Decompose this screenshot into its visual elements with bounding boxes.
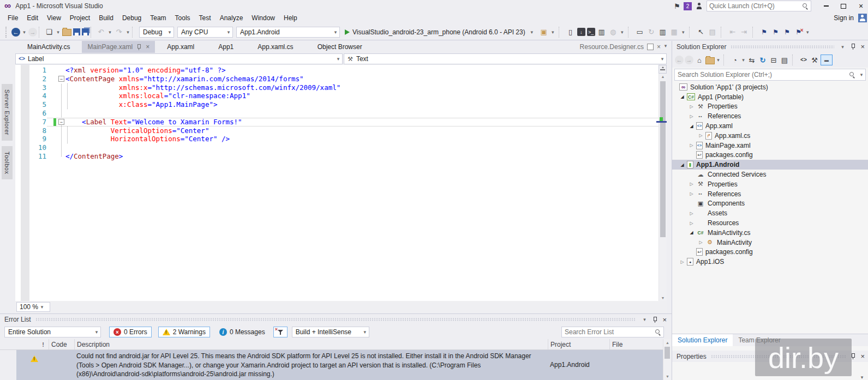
open-file-icon[interactable] bbox=[62, 29, 71, 36]
archive-dropdown-icon[interactable] bbox=[681, 27, 686, 37]
scroll-down-icon[interactable] bbox=[659, 296, 667, 300]
configuration-combo[interactable]: Debug bbox=[139, 27, 174, 38]
tree-item-packages-config[interactable]: ↩packages.config bbox=[672, 248, 868, 257]
scrollbar-thumb[interactable] bbox=[665, 347, 670, 359]
android-device-log-icon[interactable]: ▥ bbox=[597, 27, 607, 37]
tree-item-app1-android[interactable]: ◢▮App1.Android bbox=[672, 160, 868, 170]
tree-item-mainactivity[interactable]: ▷⚙MainActivity bbox=[672, 238, 868, 248]
properties-chevron-icon[interactable] bbox=[858, 375, 866, 380]
fold-toggle-icon[interactable]: − bbox=[58, 76, 64, 82]
tab-app-xaml[interactable]: App.xaml bbox=[155, 41, 206, 53]
se-collapse-all-icon[interactable]: ⊟ bbox=[769, 55, 779, 65]
menu-view[interactable]: View bbox=[43, 13, 65, 23]
tree-arrow-icon[interactable]: ▷ bbox=[687, 191, 696, 196]
source-combo[interactable]: Build + IntelliSense bbox=[292, 327, 369, 337]
platform-combo[interactable]: Any CPU bbox=[177, 27, 233, 38]
se-properties-icon[interactable]: ⚒ bbox=[810, 55, 819, 65]
toggle-bookmark-icon[interactable]: ⚑ bbox=[759, 27, 769, 37]
toolbox-tab[interactable]: Toolbox bbox=[2, 146, 13, 179]
se-show-all-files-icon[interactable]: ▤ bbox=[780, 55, 789, 65]
navigate-back-dropdown-icon[interactable] bbox=[22, 27, 27, 37]
menu-window[interactable]: Window bbox=[247, 13, 279, 23]
preview-tab-resource-designer[interactable]: Resource.Designer.cs × bbox=[580, 41, 661, 53]
minimize-button[interactable] bbox=[819, 1, 833, 11]
close-icon[interactable]: × bbox=[662, 316, 667, 324]
code-column-header[interactable]: Code bbox=[49, 339, 75, 349]
tree-arrow-icon[interactable]: ▷ bbox=[687, 182, 696, 186]
feedback-person-icon[interactable] bbox=[695, 3, 703, 10]
menu-team[interactable]: Team bbox=[146, 13, 170, 23]
quick-launch-input[interactable] bbox=[707, 2, 803, 10]
tree-arrow-icon[interactable]: ◢ bbox=[687, 230, 696, 235]
scroll-up-icon[interactable] bbox=[663, 341, 672, 345]
tree-arrow-icon[interactable]: ▷ bbox=[696, 133, 705, 138]
quick-launch[interactable] bbox=[707, 1, 811, 11]
fold-toggle-icon[interactable]: − bbox=[58, 119, 64, 125]
account-person-icon[interactable] bbox=[858, 14, 867, 22]
menu-analyze[interactable]: Analyze bbox=[215, 13, 248, 23]
se-back-icon[interactable]: ← bbox=[675, 56, 684, 64]
code-editor[interactable]: 1<?xml version="1.0" encoding="utf-8" ?>… bbox=[15, 65, 667, 301]
se-scope-dropdown-icon[interactable] bbox=[716, 55, 721, 65]
tree-arrow-icon[interactable]: ▷ bbox=[687, 143, 696, 148]
se-home-icon[interactable]: ⌂ bbox=[695, 55, 704, 65]
device-monitor-icon[interactable]: ▭ bbox=[635, 27, 645, 37]
close-icon[interactable]: × bbox=[860, 352, 865, 360]
tree-item-app1-ios[interactable]: ▷●App1.iOS bbox=[672, 257, 868, 267]
tree-item-properties[interactable]: ▷⚒Properties bbox=[672, 179, 868, 189]
tree-item-app-xaml[interactable]: ◢<>App.xaml bbox=[672, 121, 868, 131]
tree-item-packages-config[interactable]: ↩packages.config bbox=[672, 150, 868, 160]
close-icon[interactable]: × bbox=[860, 43, 865, 51]
navigate-to-cursor-icon[interactable]: ↖ bbox=[696, 27, 706, 37]
tree-item-app-xaml-cs[interactable]: ▷↱App.xaml.cs bbox=[672, 131, 868, 141]
tree-arrow-icon[interactable]: ▷ bbox=[687, 114, 696, 119]
scroll-down-icon[interactable] bbox=[663, 375, 672, 378]
se-view-code-icon[interactable]: <> bbox=[799, 55, 809, 65]
pin-icon[interactable] bbox=[653, 317, 658, 323]
zoom-level-combo[interactable]: 100 % bbox=[16, 302, 50, 312]
new-file-icon[interactable]: ❏ bbox=[44, 27, 54, 37]
tree-item-app1-portable[interactable]: ◢C#App1 (Portable) bbox=[672, 92, 868, 102]
menu-tools[interactable]: Tools bbox=[171, 13, 195, 23]
tree-item-solution-app1-3-projects[interactable]: ∞Solution 'App1' (3 projects) bbox=[672, 82, 868, 92]
tab-app-xaml-cs[interactable]: App.xaml.cs bbox=[246, 41, 305, 53]
new-file-dropdown-icon[interactable] bbox=[56, 27, 61, 37]
android-sdk-manager-icon[interactable]: ↓ bbox=[577, 28, 585, 36]
tab-solution-explorer[interactable]: Solution Explorer bbox=[672, 334, 733, 346]
sign-in-link[interactable]: Sign in bbox=[834, 14, 854, 22]
notification-badge[interactable]: 2 bbox=[684, 2, 692, 10]
tree-arrow-icon[interactable]: ▷ bbox=[687, 211, 696, 216]
tab-mainactivity-cs[interactable]: MainActivity.cs bbox=[15, 41, 82, 53]
deploy-to-device-icon[interactable]: ▯ bbox=[566, 27, 576, 37]
menu-help[interactable]: Help bbox=[279, 13, 302, 23]
scrollbar-thumb[interactable] bbox=[660, 81, 666, 237]
messages-filter-button[interactable]: i 0 Messages bbox=[215, 327, 269, 337]
navigate-forward-icon[interactable]: → bbox=[28, 28, 37, 37]
tree-item-mainactivity-cs[interactable]: ◢C#MainActivity.cs bbox=[672, 228, 868, 238]
editor-vertical-scrollbar[interactable] bbox=[659, 65, 667, 301]
scope-combo[interactable]: Entire Solution bbox=[4, 327, 101, 337]
feedback-flag-icon[interactable]: ⚑ bbox=[674, 2, 680, 10]
save-all-icon[interactable] bbox=[82, 28, 89, 35]
menu-project[interactable]: Project bbox=[65, 13, 94, 23]
window-position-icon[interactable] bbox=[640, 317, 648, 322]
next-bookmark-icon[interactable]: ⚑ bbox=[782, 27, 792, 37]
se-switch-views-icon[interactable]: ⇆ bbox=[747, 55, 757, 65]
run-performance-profiler-icon[interactable]: ▣ bbox=[539, 27, 549, 37]
menu-edit[interactable]: Edit bbox=[22, 13, 43, 23]
error-list-search[interactable] bbox=[561, 327, 664, 337]
startup-project-combo[interactable]: App1.Android bbox=[236, 27, 340, 38]
tree-item-assets[interactable]: ▷Assets bbox=[672, 208, 868, 218]
android-adb-console-icon[interactable]: >_ bbox=[587, 28, 595, 36]
description-column-header[interactable]: Description bbox=[75, 339, 548, 349]
project-column-header[interactable]: Project bbox=[548, 339, 610, 349]
pin-icon[interactable] bbox=[851, 44, 856, 50]
tree-arrow-icon[interactable]: ▷ bbox=[687, 221, 696, 226]
tab-list-dropdown-icon[interactable] bbox=[662, 43, 669, 49]
tree-item-references[interactable]: ▷▪▪References bbox=[672, 189, 868, 199]
tree-item-resources[interactable]: ▷Resources bbox=[672, 218, 868, 228]
tree-arrow-icon[interactable]: ▷ bbox=[678, 260, 687, 264]
error-list-scrollbar[interactable] bbox=[663, 339, 672, 380]
tree-arrow-icon[interactable]: ◢ bbox=[678, 94, 687, 99]
warning-row[interactable]: Could not find android.jar for API Level… bbox=[0, 350, 663, 380]
